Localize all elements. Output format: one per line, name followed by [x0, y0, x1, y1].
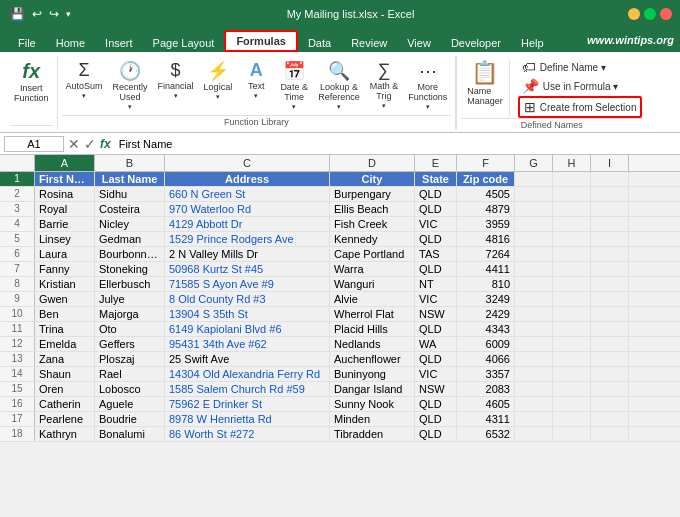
cell-h14[interactable]: [553, 367, 591, 381]
cell-a13[interactable]: Zana: [35, 352, 95, 366]
cell-b6[interactable]: Bourbonnais: [95, 247, 165, 261]
cell-e6[interactable]: TAS: [415, 247, 457, 261]
cell-b1[interactable]: Last Name: [95, 172, 165, 186]
col-header-h[interactable]: H: [553, 155, 591, 171]
create-from-selection-button[interactable]: ⊞ Create from Selection: [518, 96, 643, 118]
cell-e2[interactable]: QLD: [415, 187, 457, 201]
cell-b3[interactable]: Costeira: [95, 202, 165, 216]
cell-e7[interactable]: QLD: [415, 262, 457, 276]
cell-f7[interactable]: 4411: [457, 262, 515, 276]
cell-g8[interactable]: [515, 277, 553, 291]
cell-c12[interactable]: 95431 34th Ave #62: [165, 337, 330, 351]
col-header-d[interactable]: D: [330, 155, 415, 171]
cell-c17[interactable]: 8978 W Henrietta Rd: [165, 412, 330, 426]
cell-g4[interactable]: [515, 217, 553, 231]
cell-c14[interactable]: 14304 Old Alexandria Ferry Rd: [165, 367, 330, 381]
cell-f18[interactable]: 6532: [457, 427, 515, 441]
cell-a18[interactable]: Kathryn: [35, 427, 95, 441]
cancel-formula-icon[interactable]: ✕: [68, 136, 80, 152]
logical-button[interactable]: ⚡ Logical ▾: [200, 58, 237, 103]
cell-b7[interactable]: Stoneking: [95, 262, 165, 276]
cell-i14[interactable]: [591, 367, 629, 381]
cell-e1[interactable]: State: [415, 172, 457, 186]
cell-e8[interactable]: NT: [415, 277, 457, 291]
cell-g6[interactable]: [515, 247, 553, 261]
cell-a4[interactable]: Barrie: [35, 217, 95, 231]
insert-function-button[interactable]: fx InsertFunction: [10, 58, 53, 106]
cell-a1[interactable]: First Name: [35, 172, 95, 186]
cell-i2[interactable]: [591, 187, 629, 201]
cell-i5[interactable]: [591, 232, 629, 246]
cell-i9[interactable]: [591, 292, 629, 306]
cell-e10[interactable]: NSW: [415, 307, 457, 321]
cell-d7[interactable]: Warra: [330, 262, 415, 276]
cell-c11[interactable]: 6149 Kapiolani Blvd #6: [165, 322, 330, 336]
cell-reference-input[interactable]: [4, 136, 64, 152]
cell-f1[interactable]: Zip code: [457, 172, 515, 186]
cell-f13[interactable]: 4066: [457, 352, 515, 366]
cell-h13[interactable]: [553, 352, 591, 366]
cell-e18[interactable]: QLD: [415, 427, 457, 441]
cell-h9[interactable]: [553, 292, 591, 306]
formula-input[interactable]: [115, 137, 676, 151]
col-header-g[interactable]: G: [515, 155, 553, 171]
cell-i15[interactable]: [591, 382, 629, 396]
cell-i4[interactable]: [591, 217, 629, 231]
cell-e17[interactable]: QLD: [415, 412, 457, 426]
financial-button[interactable]: $ Financial ▾: [154, 58, 198, 102]
cell-a6[interactable]: Laura: [35, 247, 95, 261]
cell-d1[interactable]: City: [330, 172, 415, 186]
cell-e14[interactable]: VIC: [415, 367, 457, 381]
tab-view[interactable]: View: [397, 34, 441, 52]
redo-icon[interactable]: ↪: [47, 7, 61, 21]
cell-i10[interactable]: [591, 307, 629, 321]
cell-g10[interactable]: [515, 307, 553, 321]
cell-f16[interactable]: 4605: [457, 397, 515, 411]
date-time-button[interactable]: 📅 Date &Time ▾: [276, 58, 312, 113]
cell-h16[interactable]: [553, 397, 591, 411]
cell-f5[interactable]: 4816: [457, 232, 515, 246]
cell-a11[interactable]: Trina: [35, 322, 95, 336]
cell-i12[interactable]: [591, 337, 629, 351]
cell-b2[interactable]: Sidhu: [95, 187, 165, 201]
cell-a16[interactable]: Catherin: [35, 397, 95, 411]
cell-i13[interactable]: [591, 352, 629, 366]
save-icon[interactable]: 💾: [8, 7, 27, 21]
cell-c18[interactable]: 86 Worth St #272: [165, 427, 330, 441]
cell-h18[interactable]: [553, 427, 591, 441]
cell-f3[interactable]: 4879: [457, 202, 515, 216]
cell-d13[interactable]: Auchenflower: [330, 352, 415, 366]
cell-a8[interactable]: Kristian: [35, 277, 95, 291]
name-manager-button[interactable]: 📋 NameManager: [461, 58, 510, 118]
tab-help[interactable]: Help: [511, 34, 554, 52]
cell-b10[interactable]: Majorga: [95, 307, 165, 321]
cell-a17[interactable]: Pearlene: [35, 412, 95, 426]
cell-d8[interactable]: Wanguri: [330, 277, 415, 291]
cell-f15[interactable]: 2083: [457, 382, 515, 396]
cell-d9[interactable]: Alvie: [330, 292, 415, 306]
col-header-i[interactable]: I: [591, 155, 629, 171]
cell-a9[interactable]: Gwen: [35, 292, 95, 306]
cell-d10[interactable]: Wherrol Flat: [330, 307, 415, 321]
cell-d14[interactable]: Buninyong: [330, 367, 415, 381]
cell-a3[interactable]: Royal: [35, 202, 95, 216]
cell-b8[interactable]: Ellerbusch: [95, 277, 165, 291]
cell-f17[interactable]: 4311: [457, 412, 515, 426]
cell-i18[interactable]: [591, 427, 629, 441]
cell-a15[interactable]: Oren: [35, 382, 95, 396]
cell-i16[interactable]: [591, 397, 629, 411]
cell-g17[interactable]: [515, 412, 553, 426]
cell-d12[interactable]: Nedlands: [330, 337, 415, 351]
cell-c9[interactable]: 8 Old County Rd #3: [165, 292, 330, 306]
tab-developer[interactable]: Developer: [441, 34, 511, 52]
cell-c8[interactable]: 71585 S Ayon Ave #9: [165, 277, 330, 291]
cell-b4[interactable]: Nicley: [95, 217, 165, 231]
cell-a14[interactable]: Shaun: [35, 367, 95, 381]
cell-g11[interactable]: [515, 322, 553, 336]
cell-a2[interactable]: Rosina: [35, 187, 95, 201]
cell-h3[interactable]: [553, 202, 591, 216]
define-name-button[interactable]: 🏷 Define Name ▾: [518, 58, 643, 76]
tab-home[interactable]: Home: [46, 34, 95, 52]
cell-h8[interactable]: [553, 277, 591, 291]
cell-b12[interactable]: Geffers: [95, 337, 165, 351]
